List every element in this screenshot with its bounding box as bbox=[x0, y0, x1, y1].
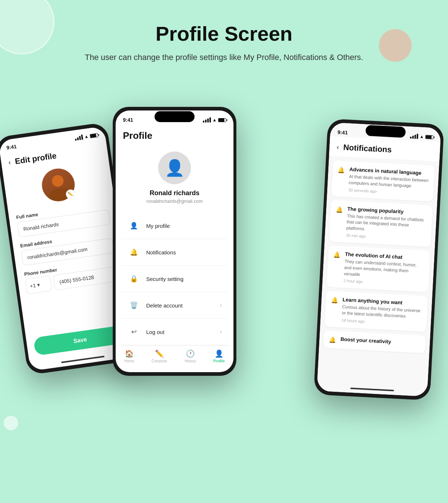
nav-label-compose: Compose bbox=[152, 359, 167, 363]
dynamic-island-middle bbox=[155, 111, 195, 122]
battery-icon-right bbox=[425, 135, 434, 139]
home-indicator-left bbox=[61, 356, 104, 363]
menu-item-notifications[interactable]: 🔔 Notifications bbox=[121, 239, 228, 266]
dynamic-island-right bbox=[365, 125, 406, 138]
profile-avatar: 👤 bbox=[158, 152, 191, 184]
edit-profile-title: Edit profile bbox=[14, 151, 57, 166]
back-button-notif[interactable]: ‹ bbox=[336, 143, 339, 151]
menu-label-delete: Delete account bbox=[146, 302, 214, 309]
menu-label-my-profile: My profile bbox=[146, 223, 222, 229]
list-item: 🔔 Advances in natural language AI that d… bbox=[331, 160, 435, 201]
chevron-right-icon-delete: › bbox=[220, 302, 222, 309]
menu-item-security[interactable]: 🔒 Security setting bbox=[121, 266, 228, 292]
signal-icon-middle bbox=[203, 117, 211, 122]
menu-item-delete-account[interactable]: 🗑️ Delete account › bbox=[121, 292, 228, 319]
notifications-screen: 9:41 ▲ ‹ Notificatio bbox=[317, 122, 441, 397]
profile-avatar-section: 👤 Ronald richards ronaldrichards@gmail.c… bbox=[116, 144, 233, 213]
country-code-value: +1 bbox=[29, 282, 36, 289]
notif-desc-1: AI that deals with the interaction betwe… bbox=[349, 173, 429, 190]
bell-icon-4: 🔔 bbox=[331, 297, 338, 304]
phones-container: 9:41 ▲ ‹ Edit profil bbox=[0, 85, 448, 419]
signal-icon bbox=[75, 134, 83, 141]
wifi-icon: ▲ bbox=[84, 134, 89, 140]
home-indicator-right bbox=[350, 387, 394, 391]
chevron-right-icon-logout: › bbox=[220, 329, 222, 335]
menu-item-my-profile[interactable]: 👤 My profile bbox=[121, 213, 228, 239]
list-item: 🔔 The growing popularity This has create… bbox=[329, 200, 433, 247]
compose-icon: ✏️ bbox=[155, 349, 164, 358]
avatar-wrapper: ✏️ bbox=[40, 166, 77, 204]
list-item: 🔔 Learn anything you want Curious about … bbox=[324, 291, 428, 332]
wifi-icon-right: ▲ bbox=[420, 134, 424, 139]
bell-icon-3: 🔔 bbox=[333, 251, 341, 258]
nav-label-home: Home bbox=[124, 359, 134, 363]
menu-icon-notifications: 🔔 bbox=[127, 246, 140, 259]
notif-title: Notifications bbox=[343, 142, 392, 154]
phone-profile: 9:41 ▲ Profile bbox=[113, 107, 236, 376]
phone-notifications: 9:41 ▲ ‹ Notificatio bbox=[313, 118, 444, 401]
profile-screen: 9:41 ▲ Profile bbox=[116, 110, 233, 372]
notif-title-5: Boost your creativity bbox=[340, 336, 421, 346]
menu-icon-delete: 🗑️ bbox=[127, 299, 140, 312]
list-item: 🔔 Boost your creativity bbox=[323, 330, 426, 353]
nav-item-compose[interactable]: ✏️ Compose bbox=[152, 349, 167, 363]
menu-icon-profile: 👤 bbox=[127, 219, 140, 232]
profile-header: Profile bbox=[116, 124, 233, 144]
bottom-nav: 🏠 Home ✏️ Compose 🕐 History 👤 Profile bbox=[116, 345, 233, 370]
nav-item-history[interactable]: 🕐 History bbox=[185, 349, 196, 363]
status-icons-right: ▲ bbox=[410, 133, 434, 140]
battery-icon bbox=[90, 133, 98, 138]
profile-email: ronaldrichards@gmail.com bbox=[147, 198, 203, 204]
menu-icon-security: 🔒 bbox=[127, 272, 140, 285]
list-item: 🔔 The evolution of AI chat They can unde… bbox=[327, 245, 431, 293]
notifications-list: 🔔 Advances in natural language AI that d… bbox=[317, 156, 439, 389]
signal-icon-right bbox=[410, 133, 419, 139]
menu-label-security: Security setting bbox=[146, 276, 222, 282]
notif-content-2: The growing popularity This has created … bbox=[346, 206, 427, 242]
menu-label-logout: Log out bbox=[146, 329, 214, 335]
time-left: 9:41 bbox=[6, 144, 17, 151]
wifi-icon-middle: ▲ bbox=[212, 117, 217, 122]
phone-field: Phone number +1 ▾ bbox=[24, 259, 119, 294]
back-button[interactable]: ‹ bbox=[8, 158, 11, 166]
menu-icon-logout: ↩ bbox=[127, 325, 140, 338]
chevron-down-icon: ▾ bbox=[37, 282, 40, 288]
notif-desc-3: They can understand context, humor, and … bbox=[344, 258, 424, 281]
notif-desc-4: Curious about the history of the univers… bbox=[342, 304, 422, 320]
bell-icon-2: 🔔 bbox=[336, 206, 343, 213]
profile-menu: 👤 My profile 🔔 Notifications 🔒 Security … bbox=[116, 213, 233, 345]
bell-icon-1: 🔔 bbox=[337, 166, 345, 174]
time-middle: 9:41 bbox=[123, 117, 133, 123]
nav-item-home[interactable]: 🏠 Home bbox=[124, 349, 134, 363]
profile-name: Ronald richards bbox=[149, 189, 199, 197]
home-icon: 🏠 bbox=[125, 349, 134, 358]
notif-desc-2: This has created a demand for chatbots t… bbox=[346, 213, 427, 236]
country-code-selector[interactable]: +1 ▾ bbox=[25, 275, 52, 294]
nav-item-profile[interactable]: 👤 Profile bbox=[213, 349, 225, 363]
notif-content-3: The evolution of AI chat They can unders… bbox=[343, 251, 425, 287]
notif-content-1: Advances in natural language AI that dea… bbox=[348, 166, 429, 196]
notif-content-5: Boost your creativity bbox=[340, 336, 421, 348]
menu-label-notifications: Notifications bbox=[146, 249, 222, 255]
bell-icon-5: 🔔 bbox=[329, 336, 336, 343]
menu-item-logout[interactable]: ↩ Log out › bbox=[121, 319, 228, 345]
notif-content-4: Learn anything you want Curious about th… bbox=[341, 297, 423, 326]
decorative-circle-2 bbox=[379, 29, 412, 62]
nav-label-history: History bbox=[185, 359, 196, 363]
status-icons-middle: ▲ bbox=[203, 117, 226, 122]
time-right: 9:41 bbox=[337, 129, 348, 136]
profile-nav-icon: 👤 bbox=[215, 349, 224, 358]
battery-icon-middle bbox=[218, 118, 226, 122]
nav-label-profile: Profile bbox=[213, 359, 225, 363]
profile-avatar-icon: 👤 bbox=[165, 158, 185, 177]
history-icon: 🕐 bbox=[186, 349, 195, 358]
